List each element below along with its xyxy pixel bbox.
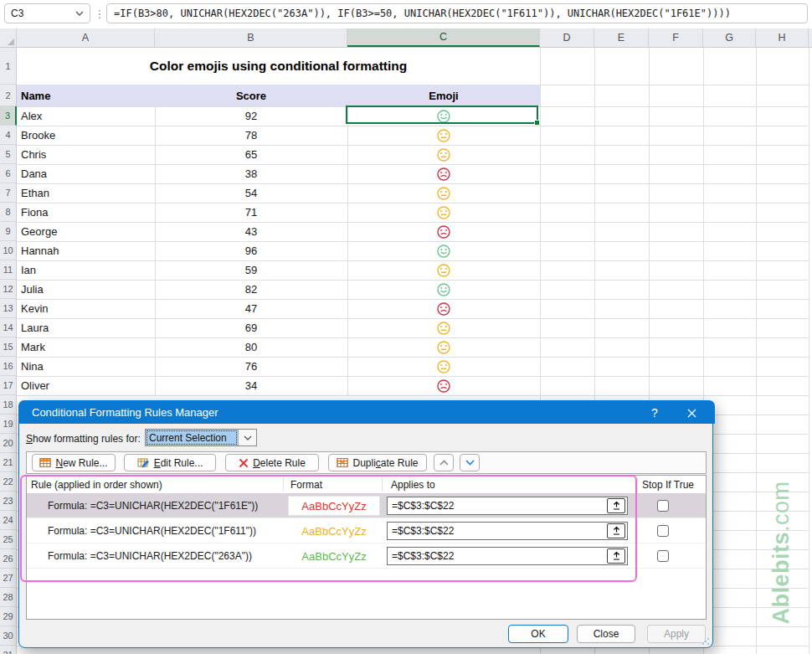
row-header-4[interactable]: 4 [0,126,17,145]
stop-if-true-checkbox[interactable] [657,525,669,537]
apply-button[interactable]: Apply [647,625,706,643]
row-header-25[interactable]: 25 [0,530,17,549]
row-header-23[interactable]: 23 [0,492,17,511]
column-header-E[interactable]: E [594,28,649,47]
cell-emoji-11[interactable] [347,260,540,280]
row-header-13[interactable]: 13 [0,299,17,318]
row-header-24[interactable]: 24 [0,511,17,530]
column-header-B[interactable]: B [155,28,347,47]
row-header-5[interactable]: 5 [0,145,17,164]
cell-score-10[interactable]: 96 [155,241,347,260]
column-header-C[interactable]: C [347,28,540,47]
sheet-title-cell[interactable]: Color emojis using conditional formattin… [17,48,540,85]
cell-score-5[interactable]: 65 [155,145,347,164]
help-button[interactable]: ? [640,401,669,425]
row-header-29[interactable]: 29 [0,607,17,626]
rule-row[interactable]: Formula: =C3=UNICHAR(HEX2DEC("263A")) Aa… [27,543,706,569]
delete-rule-button[interactable]: Delete Rule [225,454,319,471]
cell-emoji-6[interactable] [347,164,540,183]
name-box[interactable]: C3 [4,3,90,23]
cell-score-8[interactable]: 71 [155,203,347,222]
row-header-31[interactable]: 31 [0,646,17,654]
column-header-A[interactable]: A [17,28,155,47]
cell-name-16[interactable]: Nina [21,357,151,376]
row-header-7[interactable]: 7 [0,183,17,203]
row-header-9[interactable]: 9 [0,222,17,241]
cell-emoji-9[interactable] [347,222,540,241]
applies-to-input[interactable]: =$C$3:$C$22 [387,497,628,515]
row-header-16[interactable]: 16 [0,357,17,376]
stop-if-true-checkbox[interactable] [657,500,669,512]
row-header-8[interactable]: 8 [0,203,17,222]
cell-score-12[interactable]: 82 [155,280,347,299]
row-header-6[interactable]: 6 [0,164,17,183]
cell-emoji-13[interactable] [347,299,540,318]
rule-format-preview[interactable]: AaBbCcYyZz [288,546,380,566]
row-header-18[interactable]: 18 [0,395,17,415]
cell-name-12[interactable]: Julia [21,280,151,299]
cell-name-4[interactable]: Brooke [21,126,151,145]
collapse-dialog-button[interactable] [607,523,625,538]
row-header-17[interactable]: 17 [0,376,17,395]
row-header-26[interactable]: 26 [0,549,17,569]
cell-name-17[interactable]: Oliver [21,376,151,395]
cell-score-6[interactable]: 38 [155,164,347,183]
fill-handle[interactable] [534,120,540,126]
rule-format-preview[interactable]: AaBbCcYyZz [288,521,380,541]
cell-name-11[interactable]: Ian [21,260,151,280]
cell-score-15[interactable]: 80 [155,337,347,357]
cell-score-11[interactable]: 59 [155,260,347,280]
cell-name-10[interactable]: Hannah [21,241,151,260]
applies-to-input[interactable]: =$C$3:$C$22 [387,547,628,565]
cell-name-14[interactable]: Laura [21,318,151,337]
header-cell-score[interactable]: Score [155,85,347,106]
cell-emoji-15[interactable] [347,337,540,357]
row-header-1[interactable]: 1 [0,48,17,85]
cell-name-8[interactable]: Fiona [21,203,151,222]
rule-row[interactable]: Formula: =C3=UNICHAR(HEX2DEC("1F61E")) A… [27,493,706,518]
row-header-10[interactable]: 10 [0,241,17,260]
edit-rule-button[interactable]: Edit Rule... [124,454,216,471]
header-cell-emoji[interactable]: Emoji [347,85,540,106]
column-header-G[interactable]: G [703,28,756,47]
cell-name-5[interactable]: Chris [21,145,151,164]
row-header-30[interactable]: 30 [0,626,17,646]
row-header-19[interactable]: 19 [0,415,17,434]
row-header-15[interactable]: 15 [0,337,17,357]
row-header-14[interactable]: 14 [0,318,17,337]
collapse-dialog-button[interactable] [607,548,625,564]
chevron-down-icon[interactable] [75,11,84,16]
cell-emoji-17[interactable] [347,376,540,395]
cell-emoji-4[interactable] [347,126,540,145]
cell-name-15[interactable]: Mark [21,337,151,357]
show-rules-for-dropdown[interactable]: Current Selection [145,429,257,446]
cell-name-9[interactable]: George [21,222,151,241]
header-cell-name[interactable]: Name [21,85,155,106]
select-all-button[interactable] [0,28,17,47]
row-header-3[interactable]: 3 [0,106,17,126]
duplicate-rule-button[interactable]: Duplicate Rule [328,454,427,471]
cell-name-3[interactable]: Alex [21,106,151,126]
row-header-12[interactable]: 12 [0,280,17,299]
cell-emoji-16[interactable] [347,357,540,376]
cell-emoji-5[interactable] [347,145,540,164]
cell-score-14[interactable]: 69 [155,318,347,337]
table-header-row[interactable]: Name Score Emoji [17,85,540,106]
rule-format-preview[interactable]: AaBbCcYyZz [288,496,380,516]
cell-score-17[interactable]: 34 [155,376,347,395]
row-header-20[interactable]: 20 [0,434,17,453]
close-icon[interactable] [677,401,706,425]
column-header-H[interactable]: H [756,28,809,47]
resize-grip[interactable] [702,637,710,646]
cell-score-4[interactable]: 78 [155,126,347,145]
cell-score-16[interactable]: 76 [155,357,347,376]
move-rule-up-button[interactable] [434,454,454,471]
cell-emoji-12[interactable] [347,280,540,299]
collapse-dialog-button[interactable] [607,498,625,513]
cell-score-3[interactable]: 92 [155,106,347,126]
stop-if-true-checkbox[interactable] [657,550,669,562]
cell-name-7[interactable]: Ethan [21,183,151,203]
applies-to-input[interactable]: =$C$3:$C$22 [387,522,628,540]
row-header-27[interactable]: 27 [0,569,17,588]
dropdown-arrow-button[interactable] [238,430,256,445]
